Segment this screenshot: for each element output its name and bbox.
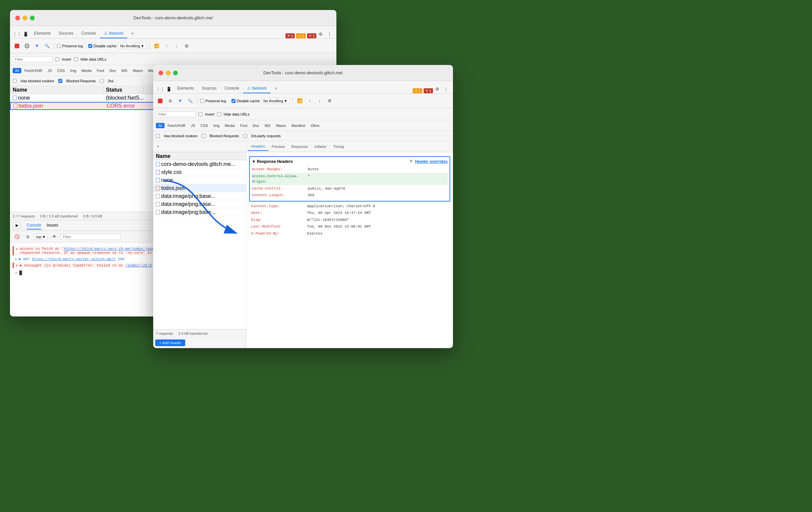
more-icon-front[interactable]: ⋮ [442,85,450,93]
tab-console-front[interactable]: Console [221,84,243,93]
console-eye-back[interactable]: 👁 [50,232,59,241]
tab-console-bottom-back[interactable]: Console [27,222,41,229]
link-index-back[interactable]: (index):22:5 [125,263,152,267]
close-button-front[interactable] [158,70,163,75]
wifi-icon-back[interactable]: 📶 [152,41,161,50]
filter-js-back[interactable]: JS [45,68,54,73]
blocked-requests-cb-front[interactable] [202,134,205,138]
more-icon-back[interactable]: ⋮ [325,30,334,38]
settings-icon-back[interactable]: ⚙ [316,30,325,38]
console-clear-back[interactable]: 🚫 [13,232,21,241]
upload-icon-back[interactable]: ↑ [162,41,171,50]
filter-font-back[interactable]: Font [95,68,107,73]
clear-btn-back[interactable]: ⊘ [23,41,31,50]
filter-other-front[interactable]: Other [308,123,322,128]
table-row[interactable]: data:image/png;base... [153,200,246,208]
tab-elements-front[interactable]: Elements [173,84,198,93]
filter-css-back[interactable]: CSS [55,68,67,73]
table-row[interactable]: data:image/png;base... [153,192,246,200]
preserve-log-cb-front[interactable] [200,99,204,103]
record-stop-btn-back[interactable] [13,41,21,50]
tab-sources-front[interactable]: Sources [198,84,221,93]
record-stop-btn-front[interactable] [156,96,165,105]
filter-all-front[interactable]: All [156,123,165,128]
link-get-back[interactable]: https://third-party-server.glitch.me/t [32,257,116,261]
hide-data-cb-front[interactable] [217,112,221,116]
blocked-cookies-cb-front[interactable] [156,134,160,138]
link-third-party-back[interactable]: https://third-party-serv ch.me/todos.jso… [64,247,154,251]
help-icon[interactable]: ? [410,159,412,164]
filter-input-back[interactable] [13,56,53,62]
maximize-button-front[interactable] [173,70,178,75]
download-icon-back[interactable]: ↓ [172,41,181,50]
blocked-requests-cb-back[interactable] [58,79,62,83]
filter-doc-back[interactable]: Doc [107,68,119,73]
filter-css-front[interactable]: CSS [198,123,210,128]
filter-ws-front[interactable]: WS [262,123,273,128]
tab-network-back[interactable]: ⚠ Network [100,29,127,38]
tab-network-front[interactable]: ⚠ Network [243,84,270,93]
tab-console-back[interactable]: Console [77,29,100,38]
tab-issues-back[interactable]: Issues [47,222,58,229]
console-expand-btn[interactable]: ▶ [13,222,21,229]
filter-img-back[interactable]: Img [68,68,79,73]
console-block-back[interactable]: ⊘ [23,232,32,241]
table-row[interactable]: style.css [153,168,246,176]
disable-cache-cb-back[interactable] [88,44,92,48]
filter-fetch-front[interactable]: Fetch/XHR [165,123,188,128]
table-row[interactable]: todos.json [153,184,246,192]
search-btn-back[interactable]: 🔍 [42,41,51,50]
disable-cache-cb-front[interactable] [231,99,235,103]
minimize-button-back[interactable] [23,16,27,20]
devtools-menu-icon[interactable]: ⋮⋮ [13,30,21,38]
network-settings-front[interactable]: ⚙ [325,96,334,105]
filter-btn-front[interactable]: ▼ [176,96,184,105]
tab-elements-back[interactable]: Elements [30,29,55,38]
filter-btn-back[interactable]: ▼ [33,41,41,50]
panel-close-btn-front[interactable]: × [154,143,161,150]
add-header-btn[interactable]: + Add header [155,339,185,346]
invert-cb-front[interactable] [199,112,203,116]
tab-preview-front[interactable]: Preview [268,143,288,150]
wifi-icon-front[interactable]: 📶 [295,96,304,105]
filter-doc-front[interactable]: Doc [251,123,262,128]
filter-img-front[interactable]: Img [211,123,222,128]
tab-sources-back[interactable]: Sources [55,29,77,38]
upload-icon-front[interactable]: ↑ [306,96,314,105]
filter-manifest-front[interactable]: Manifest [289,123,308,128]
tab-response-front[interactable]: Response [288,143,311,150]
table-row[interactable]: cors-demo-devtools.glitch.me... [153,160,246,168]
mobile-icon-front[interactable]: 📱 [165,85,173,93]
mobile-icon[interactable]: 📱 [21,30,30,38]
invert-cb-back[interactable] [55,57,59,61]
filter-font-front[interactable]: Font [238,123,250,128]
tab-headers-front[interactable]: Headers [248,142,268,151]
filter-media-front[interactable]: Media [223,123,237,128]
console-context-back[interactable]: top ▼ [34,234,48,240]
clear-btn-front[interactable]: ⊘ [166,96,175,105]
close-button-back[interactable] [15,16,20,20]
minimize-button-front[interactable] [166,70,171,75]
filter-wasm-back[interactable]: Wasm [130,68,145,73]
tab-more-front[interactable]: » [270,84,281,93]
download-icon-front[interactable]: ↓ [315,96,324,105]
tab-more-back[interactable]: » [127,29,138,38]
table-row[interactable]: data:image/png;base... [153,208,246,216]
filter-js-front[interactable]: JS [188,123,198,128]
tab-timing-front[interactable]: Timing [330,143,347,150]
maximize-button-back[interactable] [30,16,35,20]
throttle-dropdown-back[interactable]: No throttling ▼ [118,43,147,49]
third-party-cb-back[interactable] [100,79,104,83]
network-settings-back[interactable]: ⚙ [182,41,191,50]
filter-fetch-back[interactable]: Fetch/XHR [22,68,45,73]
filter-wasm-front[interactable]: Wasm [273,123,288,128]
settings-icon-front[interactable]: ⚙ [433,85,442,93]
filter-all-back[interactable]: All [13,68,21,73]
third-party-cb-front[interactable] [243,134,247,138]
search-btn-front[interactable]: 🔍 [186,96,195,105]
console-filter-back[interactable] [61,234,121,240]
devtools-menu-icon-front[interactable]: ⋮⋮ [156,85,165,93]
throttle-dropdown-front[interactable]: No throttling ▼ [261,98,290,104]
hide-data-cb-back[interactable] [74,57,78,61]
preserve-log-cb-back[interactable] [57,44,61,48]
